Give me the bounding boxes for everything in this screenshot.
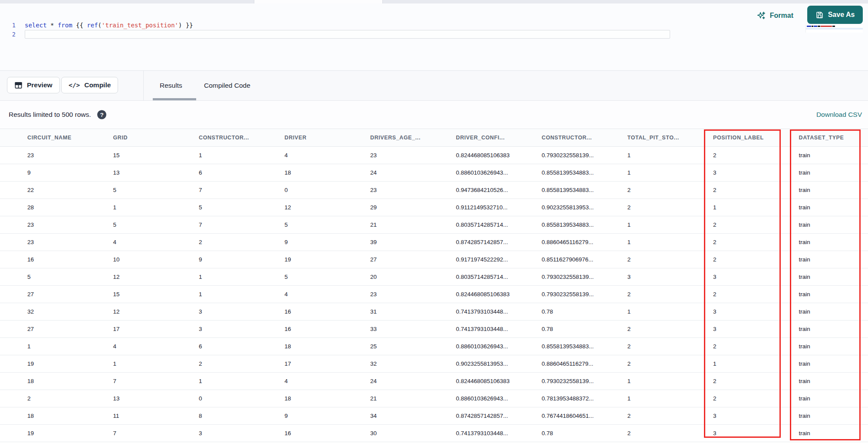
table-cell: 7 <box>199 187 285 193</box>
table-cell: 5 <box>113 187 199 193</box>
table-cell: 24 <box>370 378 456 384</box>
table-cell: 9 <box>285 239 371 245</box>
table-cell: 6 <box>199 343 285 350</box>
table-cell: 31 <box>370 308 456 315</box>
table-cell: 19 <box>285 256 371 263</box>
table-cell: 0.824468085106383 <box>456 378 542 384</box>
table-cell: 0 <box>199 395 285 402</box>
compile-label: Compile <box>84 81 111 89</box>
code-editor[interactable]: 1 2 select * from {{ ref('train_test_pos… <box>0 3 868 71</box>
table-cell: 2 <box>628 326 713 332</box>
table-cell: 0.9171974522292... <box>456 256 542 263</box>
help-icon[interactable]: ? <box>97 110 106 119</box>
table-cell: 3 <box>628 274 713 280</box>
table-header-row: CIRCUIT_NAMEGRIDCONSTRUCTOR...DRIVERDRIV… <box>0 129 868 147</box>
table-cell: 16 <box>285 430 371 436</box>
table-cell: 13 <box>113 395 199 402</box>
code-token: {{ <box>72 22 87 29</box>
table-cell: 23 <box>370 152 456 159</box>
table-cell: 0.8860465116279... <box>542 239 628 245</box>
table-cell: 1 <box>113 360 199 367</box>
table-cell: 2 <box>713 187 799 193</box>
table-cell: train <box>799 222 868 228</box>
table-cell: 0 <box>285 187 371 193</box>
table-cell: 2 <box>628 413 713 419</box>
table-cell: 15 <box>113 152 199 159</box>
format-button[interactable]: Format <box>756 9 793 23</box>
column-header: DRIVER <box>285 135 371 141</box>
table-cell: 0.8035714285714... <box>456 274 542 280</box>
table-cell: 29 <box>370 204 456 211</box>
table-cell: 0.8742857142857... <box>456 413 542 419</box>
table-cell: 10 <box>113 256 199 263</box>
active-tab-underline <box>153 98 196 100</box>
table-cell: 1 <box>628 152 713 159</box>
table-cell: 2 <box>713 343 799 350</box>
compile-button[interactable]: </> Compile <box>61 77 118 93</box>
table-cell: 2 <box>199 360 285 367</box>
table-cell: 2 <box>628 187 713 193</box>
table-cell: 3 <box>199 430 285 436</box>
table-cell: 2 <box>628 430 713 436</box>
current-line-highlight[interactable] <box>25 30 670 39</box>
download-csv-link[interactable]: Download CSV <box>816 111 862 119</box>
table-cell: 18 <box>27 413 113 419</box>
table-cell: 18 <box>285 169 371 176</box>
format-label: Format <box>770 12 793 20</box>
table-row: 231514230.8244680851063830.7930232558139… <box>0 147 868 164</box>
table-cell: 0.7930232558139... <box>542 152 628 159</box>
table-cell: 9 <box>199 256 285 263</box>
table-cell: 23 <box>27 152 113 159</box>
table-cell: 34 <box>370 413 456 419</box>
table-cell: 1 <box>628 378 713 384</box>
table-cell: 0.8860103626943... <box>456 169 542 176</box>
column-header: CONSTRUCTOR... <box>542 135 628 141</box>
table-cell: 0.9473684210526... <box>456 187 542 193</box>
code-icon: </> <box>69 82 80 89</box>
table-cell: 17 <box>113 326 199 332</box>
table-cell: 23 <box>27 239 113 245</box>
table-cell: 7 <box>113 430 199 436</box>
table-cell: train <box>799 360 868 367</box>
code-token: ) }} <box>178 22 193 29</box>
table-cell: train <box>799 413 868 419</box>
table-cell: 19 <box>27 360 113 367</box>
table-cell: 2 <box>27 395 113 402</box>
table-cell: 0.78 <box>542 326 628 332</box>
tab-compiled-code-label: Compiled Code <box>204 82 250 89</box>
table-cell: 0.7674418604651... <box>542 413 628 419</box>
code-line[interactable]: select * from {{ ref('train_test_positio… <box>25 21 193 30</box>
file-tab-strip <box>0 0 868 3</box>
table-cell: 0.7930232558139... <box>542 274 628 280</box>
table-cell: train <box>799 343 868 350</box>
table-cell: 1 <box>199 378 285 384</box>
tab-results[interactable]: Results <box>160 71 182 100</box>
table-cell: 0.7930232558139... <box>542 378 628 384</box>
table-cell: 4 <box>285 152 371 159</box>
editor-minimap[interactable] <box>806 25 863 33</box>
minimap-code-line <box>807 26 835 27</box>
column-header: TOTAL_PIT_STO... <box>628 135 713 141</box>
tab-compiled-code[interactable]: Compiled Code <box>204 71 250 100</box>
table-cell: 1 <box>628 308 713 315</box>
table-cell: 5 <box>285 222 371 228</box>
table-cell: 0.8558139534883... <box>542 169 628 176</box>
table-cell: train <box>799 204 868 211</box>
preview-button[interactable]: Preview <box>7 77 60 93</box>
table-cell: 9 <box>27 169 113 176</box>
table-cell: 0.8860103626943... <box>456 343 542 350</box>
sparkles-icon <box>756 11 766 20</box>
save-as-button[interactable]: Save As <box>807 6 863 24</box>
table-cell: 3 <box>199 308 285 315</box>
table-cell: 0.7413793103448... <box>456 430 542 436</box>
table-cell: 30 <box>370 430 456 436</box>
active-file-tab[interactable] <box>254 0 383 3</box>
table-cell: 19 <box>27 430 113 436</box>
table-cell: 16 <box>285 326 371 332</box>
table-cell: train <box>799 187 868 193</box>
table-cell: 0.8035714285714... <box>456 222 542 228</box>
table-cell: 5 <box>27 274 113 280</box>
table-cell: 17 <box>285 360 371 367</box>
table-cell: 12 <box>113 274 199 280</box>
save-icon <box>815 11 824 19</box>
